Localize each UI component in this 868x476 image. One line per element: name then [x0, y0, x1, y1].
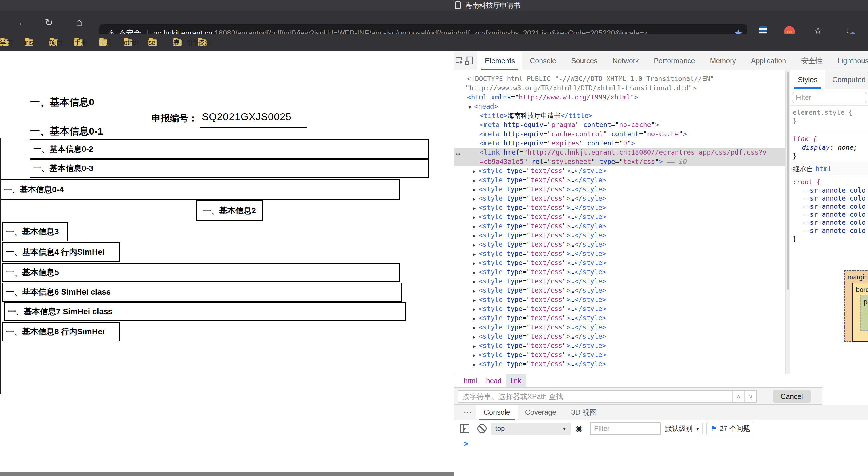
devtools-tab[interactable]: Performance	[646, 51, 702, 70]
link-rule[interactable]: link { display: none; }	[790, 132, 868, 162]
dom-tree-line[interactable]: ▶ <style type="text/css">…</style>	[455, 341, 790, 350]
console-output[interactable]: >	[455, 437, 868, 476]
dom-tree-line[interactable]: <meta http-equiv="cache-control" content…	[455, 129, 790, 138]
dom-tree-line[interactable]: ▶ <style type="text/css">…</style>	[455, 194, 790, 203]
drawer-tab[interactable]: 3D 视图	[564, 405, 604, 420]
selected-dom-node[interactable]: …<link href="http://gc.hnkjt.egrant.cn:1…	[455, 148, 790, 166]
devtools-tab[interactable]: Console	[522, 51, 564, 70]
dom-tree-line[interactable]: <title>海南科技厅申请书</title>	[455, 111, 790, 120]
display-property[interactable]: display	[802, 144, 830, 151]
breadcrumb-item[interactable]: html	[459, 374, 482, 387]
bookmark-folder[interactable]: self	[148, 39, 157, 46]
dom-tree-line[interactable]: ▶ <style type="text/css">…</style>	[455, 277, 790, 286]
device-toolbar-icon[interactable]	[464, 51, 474, 70]
bookmark-folder[interactable]: 资源	[198, 39, 207, 46]
bookmark-folder[interactable]: 手册	[74, 39, 83, 46]
css-variable[interactable]: --sr-annote-colo	[793, 194, 868, 202]
bookmark-folder[interactable]: 工具	[99, 39, 107, 46]
inspect-element-icon[interactable]	[455, 51, 464, 70]
dom-tree-line[interactable]: ▶ <style type="text/css">…</style>	[455, 249, 790, 258]
elements-scrollbar[interactable]	[785, 70, 790, 374]
breadcrumb-item[interactable]: link	[506, 374, 526, 387]
dom-tree-line[interactable]: <!DOCTYPE html PUBLIC "-//W3C//DTD XHTML…	[455, 74, 790, 83]
dom-tree-line[interactable]: ▶ <style type="text/css">…</style>	[455, 304, 790, 313]
dom-tree-line[interactable]: ▶ <style type="text/css">…</style>	[455, 258, 790, 267]
styles-sidebar-tab[interactable]: Computed	[825, 70, 868, 89]
devtools-tab[interactable]: 安全性	[794, 51, 830, 70]
dom-tree-line[interactable]: <meta http-equiv="pragma" content="no-ca…	[455, 120, 790, 129]
clear-console-icon[interactable]	[477, 424, 487, 433]
dom-tree-line[interactable]: ▶ <style type="text/css">…</style>	[455, 286, 790, 295]
dom-tree-line[interactable]: ▶ <style type="text/css">…</style>	[455, 267, 790, 277]
issues-counter[interactable]: ⚑ 27 个问题	[706, 422, 754, 435]
dom-tree-line[interactable]: "http://www.w3.org/TR/xhtml1/DTD/xhtml1-…	[455, 83, 790, 93]
dom-tree-line[interactable]: ▶ <style type="text/css">…</style>	[455, 295, 790, 304]
dom-tree-line[interactable]: ▼ <head>	[455, 102, 790, 111]
css-variable[interactable]: --sr-annote-colo	[793, 218, 868, 226]
live-expression-icon[interactable]: ◉	[575, 423, 583, 433]
home-icon[interactable]: ⌂	[70, 11, 88, 34]
search-next-icon[interactable]: ∨	[744, 391, 756, 402]
breadcrumb-item[interactable]: head	[482, 374, 506, 387]
line-ellipsis-gutter[interactable]: …	[456, 148, 461, 157]
scrollbar-thumb[interactable]	[786, 72, 789, 290]
bookmark-folder[interactable]: other	[124, 39, 132, 46]
dom-tree-line[interactable]: ▶ <style type="text/css">…</style>	[455, 313, 790, 322]
reload-icon[interactable]: ↻	[40, 11, 58, 34]
css-variable[interactable]: --sr-annote-colo	[793, 226, 868, 234]
drawer-tab[interactable]: Coverage	[518, 405, 564, 420]
inherited-from-link[interactable]: html	[815, 165, 832, 173]
bookmark-folder[interactable]: iris	[25, 39, 33, 46]
dom-tree-line[interactable]: ▶ <style type="text/css">…</style>	[455, 212, 790, 221]
dom-tree-line[interactable]: <link href="http://gc.hnkjt.egrant.cn:18…	[455, 148, 790, 157]
dom-tree-line[interactable]: ▶ <style type="text/css">…</style>	[455, 230, 790, 240]
boxmodel-margin-value[interactable]: -	[847, 309, 849, 316]
console-filter-input[interactable]	[590, 422, 661, 435]
root-rule[interactable]: :root { --sr-annote-colo--sr-annote-colo…	[790, 175, 868, 247]
log-levels-dropdown[interactable]: 默认级别 ▼	[665, 422, 700, 435]
element-style-rule[interactable]: element.style { }	[790, 106, 868, 132]
dom-tree-line[interactable]: ▶ <style type="text/css">…</style>	[455, 332, 790, 341]
console-sidebar-icon[interactable]: ▶	[460, 424, 469, 433]
dom-tree-line[interactable]: ▶ <style type="text/css">…</style>	[455, 166, 790, 175]
css-variable[interactable]: --sr-annote-colo	[793, 211, 868, 218]
browser-tab[interactable]: 海南科技厅申请书	[455, 0, 521, 11]
javascript-context-select[interactable]: top ▼	[491, 422, 570, 435]
more-tabs-icon[interactable]: ⋯	[460, 405, 476, 420]
devtools-tab[interactable]: Application	[743, 51, 794, 70]
dom-tree-line[interactable]: ▶ <style type="text/css">…</style>	[455, 350, 790, 359]
dom-tree-line[interactable]: ▶ <style type="text/css">…</style>	[455, 322, 790, 332]
inherited-label: 继承自	[793, 165, 813, 173]
dom-tree-line[interactable]: ▶ <style type="text/css">…</style>	[455, 185, 790, 194]
console-prompt-icon[interactable]: >	[464, 439, 468, 448]
devtools-tab[interactable]: Elements	[477, 51, 522, 70]
dom-tree-line[interactable]: ▶ <style type="text/css">…</style>	[455, 175, 790, 185]
dom-tree-line[interactable]: ▶ <style type="text/css">…</style>	[455, 240, 790, 249]
styles-sidebar-tab[interactable]: Styles	[790, 70, 825, 89]
bookmark-folder[interactable]: 项目	[50, 39, 58, 46]
boxmodel-border-value[interactable]: -	[856, 309, 859, 316]
dom-tree-line[interactable]: <meta http-equiv="expires" content="0">	[455, 138, 790, 148]
dom-search-input[interactable]	[459, 391, 732, 402]
drawer-tab[interactable]: Console	[476, 405, 518, 420]
cancel-button[interactable]: Cancel	[773, 390, 811, 403]
devtools-tab[interactable]: Memory	[702, 51, 743, 70]
search-previous-icon[interactable]: ∧	[732, 391, 744, 402]
bookmark-folder[interactable]: 表单引擎	[173, 39, 182, 46]
bookmark-label: 资源	[198, 38, 211, 47]
devtools-tab[interactable]: Network	[605, 51, 647, 70]
styles-filter-input[interactable]	[792, 92, 867, 103]
boxmodel-padding-value[interactable]: -	[866, 309, 868, 316]
devtools-tab[interactable]: Sources	[564, 51, 605, 70]
bookmark-folder[interactable]: 学习	[0, 39, 9, 46]
dom-tree-line[interactable]: ▶ <style type="text/css">…</style>	[455, 203, 790, 212]
dom-tree-line[interactable]: ▶ <style type="text/css">…</style>	[455, 359, 790, 369]
devtools-tab[interactable]: Lighthouse	[830, 51, 868, 70]
dom-tree-line[interactable]: <html xmlns="http://www.w3.org/1999/xhtm…	[455, 93, 790, 102]
dom-tree-line[interactable]: ▶ <style type="text/css">…</style>	[455, 221, 790, 230]
css-variable[interactable]: --sr-annote-colo	[793, 186, 868, 194]
dom-tree-line[interactable]: =cb9a43a1e5" rel="stylesheet" type="text…	[455, 157, 790, 166]
forward-icon[interactable]: →	[10, 11, 27, 34]
display-value[interactable]: : none;	[830, 144, 858, 151]
css-variable[interactable]: --sr-annote-colo	[793, 202, 868, 211]
